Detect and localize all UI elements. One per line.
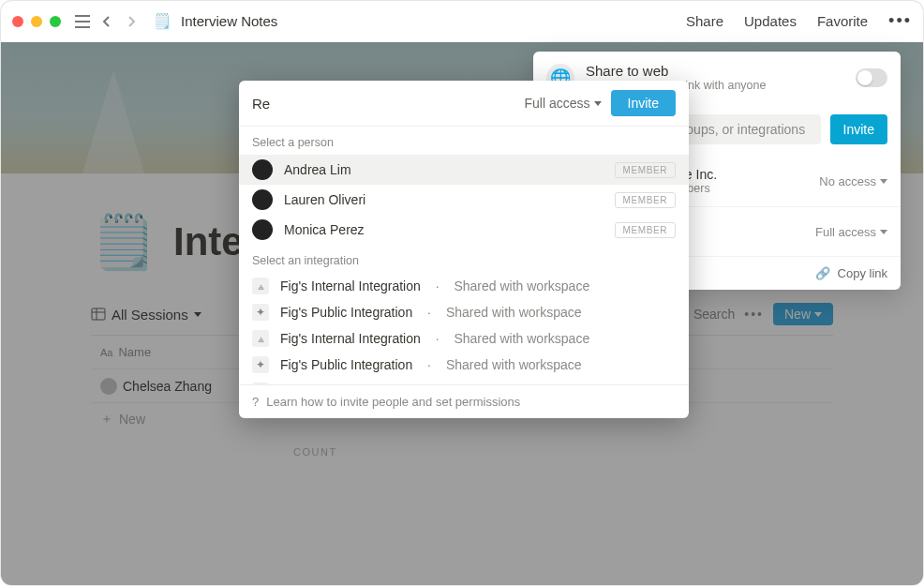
close-window-button[interactable] [12,16,23,27]
integration-name: Fig's Public Integration [280,305,412,320]
section-header-integration: Select an integration [239,245,689,273]
integration-option[interactable]: ✦ Fig's Public Integration · Shared with… [239,299,689,325]
invite-modal-footer: ? Learn how to invite people and set per… [239,384,689,418]
invite-modal-body: Select a person Andrea Lim MEMBER Lauren… [239,126,689,384]
chevron-down-icon [880,230,887,234]
integration-name: Fig's Internal Integration [280,331,421,346]
invite-modal: Full access Invite Select a person Andre… [239,81,689,418]
integration-name: Fig's Internal Integration [280,278,421,293]
topbar-actions: Share Updates Favorite ••• [686,11,912,31]
menu-icon[interactable] [74,13,91,30]
window-controls [12,16,61,27]
updates-button[interactable]: Updates [744,13,797,29]
person-option[interactable]: Andrea Lim MEMBER [239,155,689,185]
integration-share-info: Shared with workspace [446,305,582,320]
integration-share-info: Shared with workspace [454,278,589,293]
minimize-window-button[interactable] [31,16,42,27]
share-web-toggle[interactable] [856,68,887,87]
share-button[interactable]: Share [686,13,723,29]
integration-name: Fig's Public Integration [280,357,412,372]
integration-icon: ⟁ [252,278,269,294]
share-web-title: Share to web [586,63,766,79]
member-badge: MEMBER [615,192,677,208]
member-badge: MEMBER [615,222,677,238]
person-search-input[interactable] [252,96,515,112]
access-level-selector[interactable]: Full access [525,96,602,111]
person-name: Monica Perez [284,222,365,237]
integration-share-info: Shared with workspace [454,331,589,346]
person-name: Andrea Lim [284,162,351,177]
member-badge: MEMBER [615,162,677,178]
chevron-down-icon [880,179,887,184]
app-window: 🗒️ Interview Notes Share Updates Favorit… [0,0,924,586]
person-option[interactable]: Monica Perez MEMBER [239,215,689,245]
integration-option[interactable]: ✦ Fig's Public Integration · Shared with… [239,352,689,378]
section-header-person: Select a person [239,127,689,155]
maximize-window-button[interactable] [50,16,61,27]
favorite-button[interactable]: Favorite [817,13,868,29]
invite-submit-button[interactable]: Invite [611,90,676,116]
avatar [252,219,273,240]
help-link[interactable]: Learn how to invite people and set permi… [266,395,520,409]
integration-icon: ✦ [252,356,269,373]
link-icon: 🔗 [815,266,830,280]
page-icon: 🗒️ [153,12,171,30]
integration-icon: ✦ [252,304,269,321]
integration-share-info: Shared with workspace [446,357,582,372]
person-name: Lauren Oliveri [284,192,365,207]
breadcrumb-page-title[interactable]: Interview Notes [181,13,277,29]
nav-forward-button[interactable] [123,13,140,30]
help-icon: ? [252,395,259,409]
integration-icon: ⟁ [252,330,269,347]
access-selector[interactable]: No access [819,174,887,188]
integration-option[interactable]: ⟁ Fig's Internal Integration · Shared wi… [239,325,689,352]
chevron-down-icon [594,101,602,106]
avatar [252,159,273,180]
person-option[interactable]: Lauren Oliveri MEMBER [239,185,689,215]
access-selector[interactable]: Full access [815,225,887,239]
copy-link-button[interactable]: Copy link [838,266,887,280]
integration-option[interactable]: ⟁ Fig's Internal Integration · Shared wi… [239,378,689,384]
avatar [252,189,273,210]
invite-button[interactable]: Invite [830,114,887,144]
more-icon[interactable]: ••• [888,11,912,31]
invite-modal-header: Full access Invite [239,81,689,126]
topbar: 🗒️ Interview Notes Share Updates Favorit… [1,1,923,42]
integration-option[interactable]: ⟁ Fig's Internal Integration · Shared wi… [239,273,689,299]
nav-back-button[interactable] [98,13,115,30]
